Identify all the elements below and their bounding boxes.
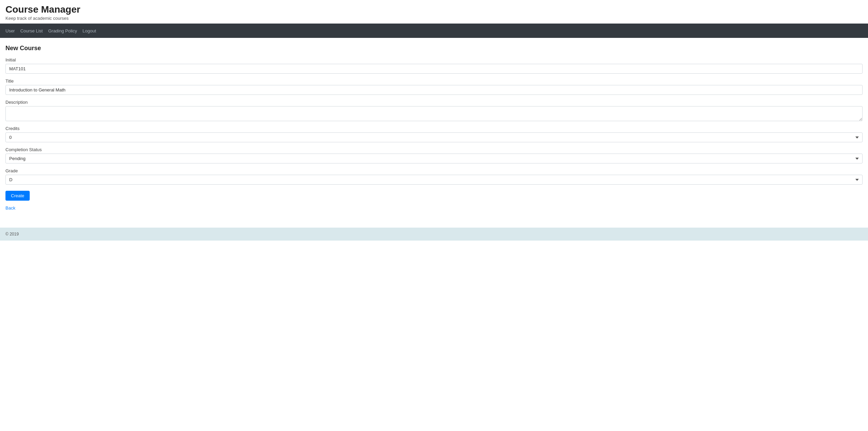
footer-text: © 2019 [5,232,19,236]
footer: © 2019 [0,228,868,241]
field-completion-status: Completion Status Pending In Progress Co… [5,147,863,163]
create-button[interactable]: Create [5,191,30,201]
select-grade[interactable]: A B C D F [5,175,863,185]
select-completion-status[interactable]: Pending In Progress Completed [5,154,863,163]
label-credits: Credits [5,126,863,131]
nav-logout[interactable]: Logout [83,27,96,35]
input-description[interactable] [5,106,863,121]
field-credits: Credits 0 1 2 3 4 5 6 [5,126,863,142]
field-initial: Initial [5,57,863,74]
input-initial[interactable] [5,64,863,74]
field-grade: Grade A B C D F [5,168,863,185]
label-title: Title [5,78,863,84]
app-subtitle: Keep track of academic courses [5,16,863,21]
nav-course-list[interactable]: Course List [20,27,43,35]
app-title: Course Manager [5,4,863,15]
label-description: Description [5,100,863,105]
input-title[interactable] [5,85,863,95]
label-initial: Initial [5,57,863,62]
back-link[interactable]: Back [5,205,863,211]
field-title: Title [5,78,863,95]
main-content: New Course Initial Title Description Cre… [0,38,868,217]
label-completion-status: Completion Status [5,147,863,152]
page-heading: New Course [5,45,863,52]
app-header: Course Manager Keep track of academic co… [0,0,868,24]
label-grade: Grade [5,168,863,173]
nav-grading-policy[interactable]: Grading Policy [48,27,77,35]
navbar: User Course List Grading Policy Logout [0,24,868,38]
nav-user[interactable]: User [5,27,15,35]
field-description: Description [5,100,863,121]
select-credits[interactable]: 0 1 2 3 4 5 6 [5,132,863,142]
